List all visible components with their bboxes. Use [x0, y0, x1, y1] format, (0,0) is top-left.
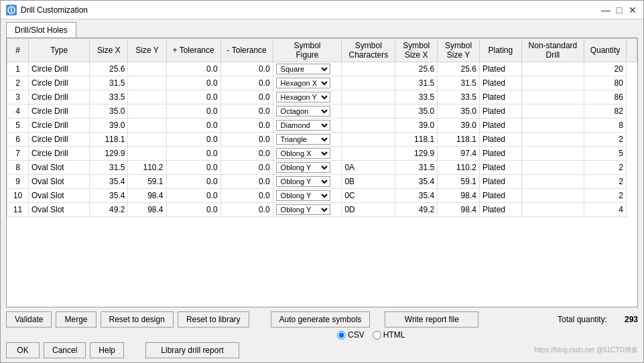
symbol-figure-select[interactable]: SquareHexagon XHexagon YOctagonDiamondTr… [276, 176, 330, 187]
table-cell: 0.0 [166, 203, 220, 217]
table-cell[interactable]: SquareHexagon XHexagon YOctagonDiamondTr… [273, 175, 342, 189]
table-cell: 129.9 [395, 147, 438, 161]
table-cell: 118.1 [90, 133, 128, 147]
table-cell[interactable]: SquareHexagon XHexagon YOctagonDiamondTr… [273, 133, 342, 147]
table-cell[interactable]: SquareHexagon XHexagon YOctagonDiamondTr… [273, 90, 342, 104]
table-cell[interactable]: SquareHexagon XHexagon YOctagonDiamondTr… [273, 104, 342, 119]
table-row[interactable]: 4Circle Drill35.00.00.0SquareHexagon XHe… [7, 104, 637, 119]
html-radio[interactable] [373, 331, 381, 340]
symbol-figure-select[interactable]: SquareHexagon XHexagon YOctagonDiamondTr… [276, 204, 330, 215]
table-cell[interactable]: SquareHexagon XHexagon YOctagonDiamondTr… [273, 76, 342, 90]
table-cell: 0.0 [220, 175, 273, 189]
help-button[interactable]: Help [90, 342, 124, 358]
table-cell: 2 [7, 76, 29, 90]
table-cell [521, 119, 584, 133]
symbol-figure-select[interactable]: SquareHexagon XHexagon YOctagonDiamondTr… [276, 106, 330, 117]
table-cell: Circle Drill [28, 62, 89, 76]
table-row[interactable]: 11Oval Slot49.298.40.00.0SquareHexagon X… [7, 203, 637, 217]
write-report-button[interactable]: Write report file [385, 311, 478, 328]
window-title: Drill Customization [21, 5, 88, 15]
table-row[interactable]: 3Circle Drill33.50.00.0SquareHexagon XHe… [7, 90, 637, 104]
table-cell: 0.0 [166, 76, 220, 90]
table-cell: 0.0 [166, 175, 220, 189]
col-header-sizex: Size X [90, 39, 128, 62]
symbol-figure-select[interactable]: SquareHexagon XHexagon YOctagonDiamondTr… [276, 64, 330, 74]
drill-table-container[interactable]: # Type Size X Size Y + Tolerance - Toler… [6, 38, 638, 307]
table-cell [128, 119, 166, 133]
html-radio-label[interactable]: HTML [373, 330, 405, 340]
table-cell [342, 147, 395, 161]
auto-generate-button[interactable]: Auto generate symbols [271, 311, 371, 328]
table-cell: 0.0 [220, 119, 273, 133]
table-cell: 2 [584, 133, 627, 147]
validate-button[interactable]: Validate [6, 311, 52, 328]
table-cell: 0.0 [220, 76, 273, 90]
table-row[interactable]: 10Oval Slot35.498.40.00.0SquareHexagon X… [7, 189, 637, 203]
table-cell[interactable]: SquareHexagon XHexagon YOctagonDiamondTr… [273, 147, 342, 161]
html-label: HTML [383, 330, 405, 340]
csv-radio[interactable] [337, 331, 346, 340]
table-cell: Plated [479, 119, 521, 133]
table-row[interactable]: 1Circle Drill25.60.00.0SquareHexagon XHe… [7, 62, 637, 76]
table-cell [128, 147, 166, 161]
table-cell[interactable]: SquareHexagon XHexagon YOctagonDiamondTr… [273, 62, 342, 76]
table-cell: 35.0 [438, 104, 480, 119]
table-cell: 8 [584, 119, 627, 133]
cancel-button[interactable]: Cancel [44, 342, 86, 358]
symbol-figure-select[interactable]: SquareHexagon XHexagon YOctagonDiamondTr… [276, 134, 330, 145]
table-row[interactable]: 5Circle Drill39.00.00.0SquareHexagon XHe… [7, 119, 637, 133]
close-button[interactable]: ✕ [627, 5, 638, 15]
symbol-figure-select[interactable]: SquareHexagon XHexagon YOctagonDiamondTr… [276, 190, 330, 201]
symbol-figure-select[interactable]: SquareHexagon XHexagon YOctagonDiamondTr… [276, 78, 330, 88]
table-cell: 31.5 [90, 76, 128, 90]
table-cell [128, 104, 166, 119]
table-cell[interactable]: SquareHexagon XHexagon YOctagonDiamondTr… [273, 119, 342, 133]
table-cell [521, 104, 584, 119]
table-cell: 98.4 [438, 203, 480, 217]
table-row[interactable]: 8Oval Slot31.5110.20.00.0SquareHexagon X… [7, 161, 637, 175]
table-cell: 6 [7, 133, 29, 147]
table-cell: 0.0 [220, 189, 273, 203]
table-cell: 33.5 [438, 90, 480, 104]
table-cell: 39.0 [395, 119, 438, 133]
reset-library-button[interactable]: Reset to library [178, 311, 249, 328]
tab-drill-slot-holes[interactable]: Drill/Slot Holes [6, 22, 76, 38]
maximize-button[interactable]: □ [614, 5, 625, 15]
col-header-plating: Plating [479, 39, 521, 62]
table-cell: Plated [479, 62, 521, 76]
table-cell: Circle Drill [28, 90, 89, 104]
table-row[interactable]: 6Circle Drill118.10.00.0SquareHexagon XH… [7, 133, 637, 147]
library-drill-report-button[interactable]: Library drill report [145, 342, 239, 358]
table-cell: 33.5 [90, 90, 128, 104]
symbol-figure-select[interactable]: SquareHexagon XHexagon YOctagonDiamondTr… [276, 148, 330, 159]
table-row[interactable]: 7Circle Drill129.90.00.0SquareHexagon XH… [7, 147, 637, 161]
table-cell: 8 [7, 161, 29, 175]
ok-button[interactable]: OK [6, 342, 40, 358]
bottom-area: Validate Merge Reset to design Reset to … [1, 307, 643, 362]
table-cell: 0.0 [220, 147, 273, 161]
minimize-button[interactable]: — [600, 5, 611, 15]
table-cell: 25.6 [438, 62, 480, 76]
table-cell: 5 [584, 147, 627, 161]
csv-radio-label[interactable]: CSV [337, 330, 365, 340]
table-cell: 0.0 [166, 147, 220, 161]
table-row[interactable]: 2Circle Drill31.50.00.0SquareHexagon XHe… [7, 76, 637, 90]
symbol-figure-select[interactable]: SquareHexagon XHexagon YOctagonDiamondTr… [276, 120, 330, 131]
title-bar: Drill Customization — □ ✕ [1, 1, 643, 19]
table-cell [521, 133, 584, 147]
symbol-figure-select[interactable]: SquareHexagon XHexagon YOctagonDiamondTr… [276, 162, 330, 173]
table-cell: 11 [7, 203, 29, 217]
table-cell [128, 90, 166, 104]
table-cell: 0.0 [220, 133, 273, 147]
col-header-sizey: Size Y [128, 39, 166, 62]
symbol-figure-select[interactable]: SquareHexagon XHexagon YOctagonDiamondTr… [276, 92, 330, 102]
merge-button[interactable]: Merge [56, 311, 96, 328]
table-cell[interactable]: SquareHexagon XHexagon YOctagonDiamondTr… [273, 161, 342, 175]
reset-design-button[interactable]: Reset to design [101, 311, 174, 328]
table-cell[interactable]: SquareHexagon XHexagon YOctagonDiamondTr… [273, 189, 342, 203]
table-cell[interactable]: SquareHexagon XHexagon YOctagonDiamondTr… [273, 203, 342, 217]
table-row[interactable]: 9Oval Slot35.459.10.00.0SquareHexagon XH… [7, 175, 637, 189]
table-cell: Oval Slot [28, 203, 89, 217]
table-cell: 7 [7, 147, 29, 161]
table-cell: 97.4 [438, 147, 480, 161]
